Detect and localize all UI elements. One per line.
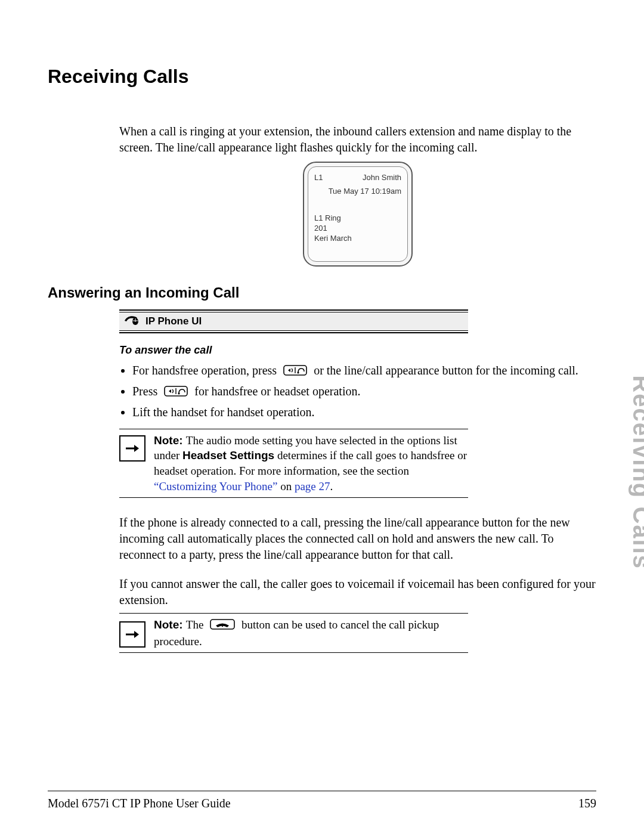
phone-caller-name: John Smith [363,173,401,182]
bullet2-text-a: Press [132,385,160,398]
list-item: Lift the handset for handset operation. [132,404,596,420]
note1-part3: on [277,480,295,493]
phone-line-indicator: L1 [314,173,323,182]
subheading-to-answer: To answer the call [119,344,596,357]
list-item: Press for handsfree or headset operation… [132,383,596,401]
answer-steps-list: For handsfree operation, press or the li… [119,363,596,420]
link-customizing-phone[interactable]: “Customizing Your Phone” [154,480,277,493]
phone-bezel: L1 John Smith Tue May 17 10:19am L1 Ring… [303,162,413,267]
note1-text: Note: The audio mode setting you have se… [154,433,468,494]
section-body: IP Phone UI To answer the call For hands… [119,309,596,653]
ip-phone-ui-label: IP Phone UI [145,315,202,327]
note2-part1: The [186,618,206,631]
page-title: Receiving Calls [48,66,596,88]
speaker-key-icon [164,385,188,401]
page-footer: Model 6757i CT IP Phone User Guide 159 [48,797,596,810]
speaker-key-icon [283,364,307,380]
note-label: Note: [154,434,186,447]
svg-point-5 [298,371,299,373]
side-tab-label: Receiving Calls [628,375,644,569]
link-page-27[interactable]: page 27 [295,480,330,493]
note2-text: Note: The button can be used to cancel t… [154,617,468,649]
ip-phone-ui-banner: IP Phone UI [119,309,468,333]
note-arrow-icon [119,435,145,462]
note1-part4: . [330,480,333,493]
paragraph-hold-behavior: If the phone is already connected to a c… [119,515,596,563]
note-block-1: Note: The audio mode setting you have se… [119,429,468,498]
page: Receiving Calls Receiving Calls When a c… [0,0,644,833]
footer-rule [48,791,596,791]
note-block-2: Note: The button can be used to cancel t… [119,613,468,653]
svg-point-8 [178,392,180,394]
note-arrow-icon [119,621,145,648]
note-label: Note: [154,618,186,631]
phone-screen-figure: L1 John Smith Tue May 17 10:19am L1 Ring… [119,162,596,267]
paragraph-voicemail: If you cannot answer the call, the calle… [119,576,596,608]
section-heading-answering: Answering an Incoming Call [48,284,596,301]
note1-bold: Headset Settings [182,449,274,462]
mouse-icon [123,314,140,329]
list-item: For handsfree operation, press or the li… [132,363,596,380]
goodbye-key-icon [210,618,235,634]
bullet3-text: Lift the handset for handset operation. [132,405,314,419]
bullet1-text-b: or the line/call appearance button for t… [314,364,578,377]
body-column: When a call is ringing at your extension… [119,123,596,267]
phone-status-line3: Keri March [314,234,401,244]
intro-paragraph: When a call is ringing at your extension… [119,123,596,156]
bullet1-text-a: For handsfree operation, press [132,364,280,377]
phone-datetime: Tue May 17 10:19am [314,187,401,196]
phone-screen: L1 John Smith Tue May 17 10:19am L1 Ring… [308,166,408,262]
phone-status-line1: L1 Ring [314,213,401,224]
phone-status-line2: 201 [314,224,401,234]
footer-page-number: 159 [578,797,596,810]
bullet2-text-b: for handsfree or headset operation. [194,385,360,398]
footer-guide-title: Model 6757i CT IP Phone User Guide [48,797,231,810]
svg-point-12 [222,625,223,627]
